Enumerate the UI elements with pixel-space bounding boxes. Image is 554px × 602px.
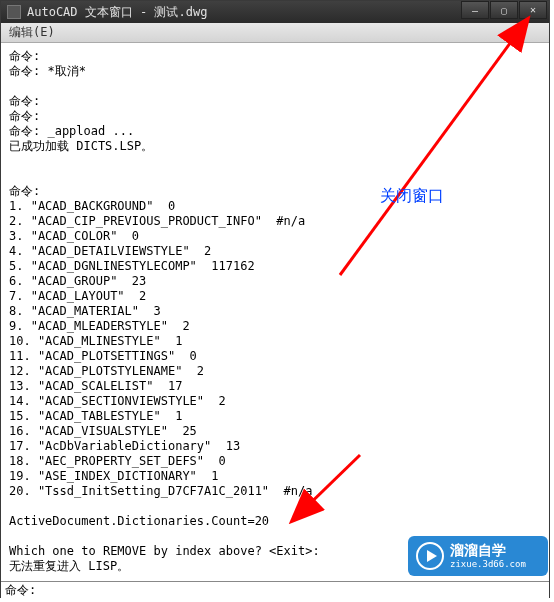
command-line[interactable]: 命令: (1, 581, 549, 599)
watermark-url: zixue.3d66.com (450, 559, 526, 570)
window-title: AutoCAD 文本窗口 - 测试.dwg (27, 4, 207, 21)
annotation-close-window: 关闭窗口 (380, 186, 444, 207)
maximize-button[interactable]: ▢ (490, 1, 518, 19)
minimize-button[interactable]: — (461, 1, 489, 19)
titlebar[interactable]: AutoCAD 文本窗口 - 测试.dwg — ▢ ✕ (1, 1, 549, 23)
watermark-brand: 溜溜自学 (450, 542, 526, 559)
console-output[interactable]: 命令: 命令: *取消* 命令: 命令: 命令: _appload ... 已成… (1, 43, 549, 581)
command-prompt: 命令: (5, 582, 36, 599)
watermark-text: 溜溜自学 zixue.3d66.com (450, 542, 526, 570)
menubar: 编辑(E) (1, 23, 549, 43)
window-controls: — ▢ ✕ (460, 1, 547, 19)
close-button[interactable]: ✕ (519, 1, 547, 19)
watermark: 溜溜自学 zixue.3d66.com (408, 536, 548, 576)
menu-edit[interactable]: 编辑(E) (9, 24, 55, 41)
autocad-text-window: AutoCAD 文本窗口 - 测试.dwg — ▢ ✕ 编辑(E) 命令: 命令… (0, 0, 550, 598)
app-icon (7, 5, 21, 19)
play-icon (416, 542, 444, 570)
